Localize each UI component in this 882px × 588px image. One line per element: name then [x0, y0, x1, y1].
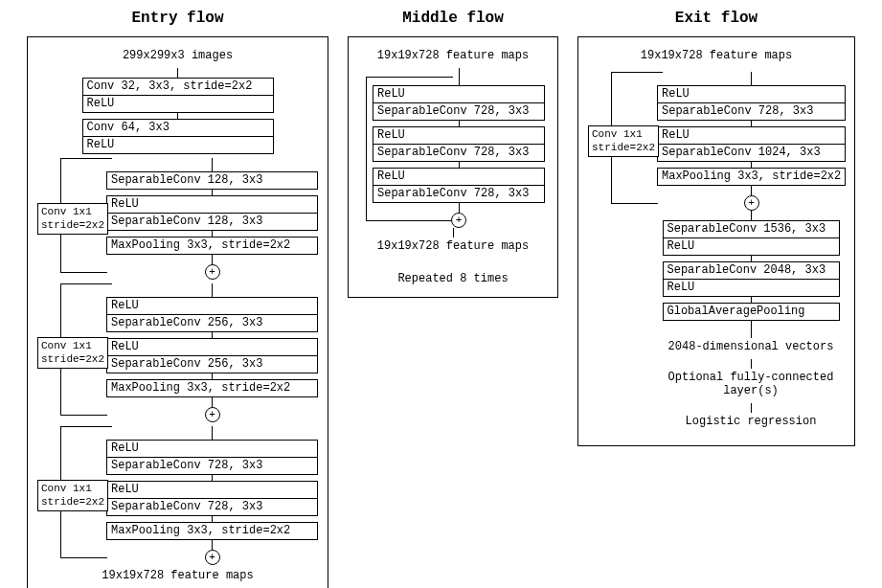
- maxpool-op: MaxPooling 3x3, stride=2x2: [657, 168, 846, 186]
- exit-title: Exit flow: [675, 10, 758, 27]
- exit-lr-label: Logistic regression: [663, 415, 840, 428]
- relu-op: ReLU: [83, 96, 273, 112]
- relu-op: ReLU: [664, 238, 839, 255]
- middle-panel: 19x19x728 feature maps ReLU SeparableCon…: [348, 36, 558, 298]
- middle-input-label: 19x19x728 feature maps: [377, 49, 529, 62]
- middle-flow-column: Middle flow 19x19x728 feature maps ReLU …: [348, 10, 558, 298]
- entry-input-label: 299x299x3 images: [123, 49, 233, 62]
- add-icon: +: [205, 550, 220, 565]
- maxpool-op: MaxPooling 3x3, stride=2x2: [106, 237, 318, 255]
- middle-output-label: 19x19x728 feature maps: [377, 239, 529, 253]
- connector: [177, 68, 178, 78]
- relu-op: ReLU: [658, 127, 845, 145]
- exit-panel: 19x19x728 feature maps Conv 1x1stride=2x…: [577, 36, 855, 446]
- entry-output-label: 19x19x728 feature maps: [102, 569, 253, 582]
- exit-block: Conv 1x1stride=2x2 ReLU SeparableConv 72…: [588, 72, 845, 211]
- maxpool-op: MaxPooling 3x3, stride=2x2: [106, 522, 318, 540]
- exit-vec-label: 2048-dimensional vectors: [663, 340, 840, 353]
- sepconv-op: SeparableConv 256, 3x3: [107, 356, 317, 373]
- add-icon: +: [744, 195, 759, 211]
- sepconv-op: SeparableConv 2048, 3x3: [664, 262, 839, 280]
- skip-conv: Conv 1x1stride=2x2: [37, 203, 108, 234]
- relu-op: ReLU: [107, 482, 317, 499]
- relu-op: ReLU: [107, 441, 317, 458]
- sepconv-op: SeparableConv 1536, 3x3: [664, 221, 839, 238]
- conv-op: Conv 32, 3x3, stride=2x2: [83, 79, 273, 96]
- entry-block-3: Conv 1x1stride=2x2 ReLU SeparableConv 72…: [37, 426, 318, 565]
- add-icon: +: [451, 213, 466, 228]
- sepconv-op: SeparableConv 728, 3x3: [373, 103, 544, 120]
- entry-block-1: Conv 1x1stride=2x2 SeparableConv 128, 3x…: [37, 158, 318, 280]
- relu-op: ReLU: [107, 196, 317, 214]
- skip-conv: Conv 1x1stride=2x2: [37, 480, 108, 510]
- sepconv-op: SeparableConv 128, 3x3: [106, 171, 318, 190]
- entry-title: Entry flow: [131, 10, 223, 27]
- sepconv-op: SeparableConv 256, 3x3: [107, 315, 317, 331]
- add-icon: +: [205, 264, 220, 280]
- exit-flow-column: Exit flow 19x19x728 feature maps Conv 1x…: [577, 10, 855, 446]
- relu-op: ReLU: [373, 127, 544, 145]
- exit-fc-label: Optional fully-connected layer(s): [663, 371, 840, 397]
- entry-block-2: Conv 1x1stride=2x2 ReLU SeparableConv 25…: [37, 283, 318, 422]
- middle-block: ReLU SeparableConv 728, 3x3 ReLU Separab…: [358, 68, 548, 228]
- maxpool-op: MaxPooling 3x3, stride=2x2: [106, 379, 318, 397]
- relu-op: ReLU: [107, 298, 317, 315]
- entry-flow-column: Entry flow 299x299x3 images Conv 32, 3x3…: [27, 10, 328, 588]
- skip-conv: Conv 1x1stride=2x2: [37, 337, 108, 368]
- conv-op: Conv 64, 3x3: [83, 120, 273, 137]
- skip-conv: Conv 1x1stride=2x2: [588, 125, 659, 156]
- relu-op: ReLU: [373, 169, 544, 186]
- connector: [212, 158, 213, 171]
- sepconv-op: SeparableConv 728, 3x3: [107, 458, 317, 474]
- relu-op: ReLU: [658, 86, 845, 103]
- sepconv-op: SeparableConv 728, 3x3: [373, 186, 544, 202]
- exit-input-label: 19x19x728 feature maps: [641, 49, 792, 62]
- sepconv-op: SeparableConv 728, 3x3: [373, 145, 544, 161]
- sepconv-op: SeparableConv 128, 3x3: [107, 214, 317, 230]
- middle-repeat-label: Repeated 8 times: [397, 272, 508, 285]
- sepconv-op: SeparableConv 728, 3x3: [658, 103, 845, 120]
- entry-panel: 299x299x3 images Conv 32, 3x3, stride=2x…: [27, 36, 328, 588]
- relu-op: ReLU: [373, 86, 544, 103]
- sepconv-op: SeparableConv 728, 3x3: [107, 499, 317, 515]
- middle-title: Middle flow: [402, 10, 504, 27]
- relu-op: ReLU: [107, 339, 317, 356]
- add-icon: +: [205, 407, 220, 422]
- sepconv-op: SeparableConv 1024, 3x3: [658, 145, 845, 161]
- relu-op: ReLU: [83, 137, 273, 153]
- gap-op: GlobalAveragePooling: [663, 303, 840, 321]
- relu-op: ReLU: [664, 280, 839, 296]
